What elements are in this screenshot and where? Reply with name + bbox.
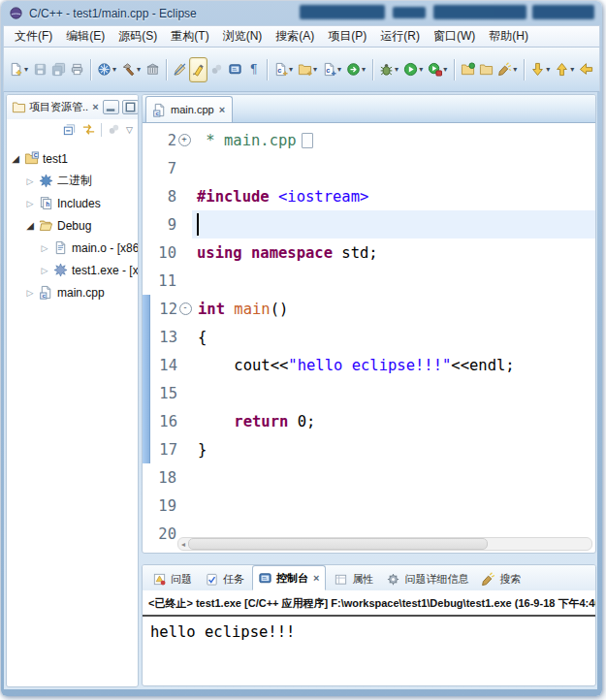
code-token	[270, 188, 278, 206]
new-folder-button[interactable]: ▾	[296, 57, 320, 82]
search-dropdown-icon[interactable]: ▾	[513, 65, 517, 74]
code-token: "hello eclipse!!!"	[288, 357, 451, 374]
link-editor-button[interactable]	[81, 122, 96, 137]
menu-project[interactable]: 项目(P)	[321, 26, 373, 47]
line-number: 11	[149, 267, 176, 295]
cpp-build-dropdown-icon[interactable]: ▾	[362, 65, 366, 74]
open-resource-button[interactable]	[477, 57, 495, 82]
print-button[interactable]	[68, 57, 86, 82]
open-resource-icon	[479, 62, 494, 77]
tree-item-includes[interactable]: ▷hIncludes	[7, 192, 138, 214]
collapsed-arrow-icon[interactable]: ▷	[25, 176, 35, 186]
new-wizard-dropdown-icon[interactable]: ▾	[24, 65, 28, 74]
go-annotation-button[interactable]: ▾	[553, 57, 577, 82]
collapsed-arrow-icon[interactable]: ▷	[25, 199, 35, 208]
console-view-button[interactable]	[226, 57, 244, 82]
window-title: C/C++ - test1/main.cpp - Eclipse	[29, 7, 197, 20]
run-external-dropdown-icon[interactable]: ▾	[443, 65, 447, 74]
tab-problem-details[interactable]: 问题详细信息	[381, 567, 473, 590]
code-line-15: 15	[143, 379, 595, 407]
collapsed-arrow-icon[interactable]: ▷	[40, 266, 49, 275]
menu-run[interactable]: 运行(R)	[373, 26, 427, 47]
tree-item-binaries[interactable]: ▷二进制	[7, 170, 138, 192]
build-project-dropdown-icon[interactable]: ▾	[137, 65, 141, 74]
gray-tool-button[interactable]	[207, 57, 226, 82]
run-dropdown-icon[interactable]: ▾	[419, 65, 423, 74]
show-whitespace-button[interactable]: ¶	[244, 57, 263, 82]
run-button[interactable]: ▾	[401, 57, 426, 82]
last-edit-location-button[interactable]: ▾	[528, 57, 553, 82]
new-cfile-dropdown-icon[interactable]: ▾	[337, 65, 341, 74]
tree-item-main-o[interactable]: ▷main.o - [x86/le	[7, 237, 138, 259]
new-class-button[interactable]: c▾	[271, 57, 296, 82]
new-class-dropdown-icon[interactable]: ▾	[289, 65, 293, 74]
collapsed-arrow-icon[interactable]: ▷	[25, 288, 35, 298]
menu-navigate[interactable]: 浏览(N)	[216, 26, 270, 47]
tree-item-main-cpp[interactable]: ▷cmain.cpp	[7, 281, 138, 303]
run-external-button[interactable]: ▾	[426, 57, 450, 82]
menu-source[interactable]: 源码(S)	[112, 26, 164, 47]
last-edit-location-dropdown-icon[interactable]: ▾	[546, 65, 550, 74]
menu-file[interactable]: 文件(F)	[8, 26, 59, 47]
debug-dropdown-icon[interactable]: ▾	[395, 65, 399, 74]
minimize-button[interactable]	[103, 100, 119, 114]
expanded-arrow-icon[interactable]: ◢	[11, 153, 20, 164]
tab-main-cpp[interactable]: c main.cpp ×	[145, 96, 233, 122]
scrollbar-thumb[interactable]	[188, 538, 488, 550]
tab-problems[interactable]: 问题	[147, 567, 197, 590]
menu-window[interactable]: 窗口(W)	[427, 26, 482, 47]
collapse-all-button[interactable]	[62, 122, 77, 137]
make-targets-button[interactable]	[144, 57, 162, 82]
go-annotation-dropdown-icon[interactable]: ▾	[570, 65, 574, 74]
folded-region-box[interactable]	[302, 133, 313, 148]
new-wizard-button[interactable]: ▾	[7, 57, 31, 82]
maximize-button[interactable]	[122, 100, 139, 114]
view-menu-button[interactable]: ▽	[126, 125, 133, 135]
debug-button[interactable]: ▾	[377, 57, 401, 82]
line-number: 15	[150, 379, 177, 407]
back-button[interactable]	[577, 57, 595, 82]
code-editor-area[interactable]: 2+ * main.cpp78#include <iostream>910usi…	[143, 123, 595, 553]
fold-ruler: +	[176, 126, 192, 154]
tab-project-explorer[interactable]: 项目资源管.. ×	[9, 98, 103, 116]
build-all-button[interactable]: ▾	[95, 57, 119, 82]
new-folder-dropdown-icon[interactable]: ▾	[313, 65, 317, 74]
fold-collapse-icon[interactable]: -	[179, 302, 192, 315]
menu-refactor[interactable]: 重构(T)	[164, 26, 215, 47]
cpp-build-button[interactable]: ▾	[344, 57, 368, 82]
problem-details-icon	[386, 572, 400, 587]
build-project-button[interactable]: ▾	[119, 57, 144, 82]
mark-occurrences-button[interactable]	[189, 57, 207, 82]
save-all-button[interactable]	[49, 57, 68, 82]
menu-search[interactable]: 搜索(A)	[269, 26, 321, 47]
close-icon[interactable]: ×	[91, 102, 99, 112]
menu-help[interactable]: 帮助(H)	[482, 26, 535, 47]
tab-properties[interactable]: 属性	[329, 567, 378, 590]
fold-ruler	[176, 239, 192, 267]
close-icon[interactable]: ×	[218, 105, 226, 115]
fold-expand-icon[interactable]: +	[178, 134, 191, 146]
tab-search[interactable]: 搜索	[476, 567, 526, 590]
menu-edit[interactable]: 编辑(E)	[59, 26, 112, 47]
tree-item-project-test1[interactable]: ◢Ctest1	[7, 147, 138, 170]
expanded-arrow-icon[interactable]: ◢	[25, 220, 35, 231]
collapsed-arrow-icon[interactable]: ▷	[40, 243, 49, 253]
close-icon[interactable]: ×	[312, 573, 320, 584]
new-cfile-button[interactable]: c▾	[320, 57, 344, 82]
pencil-slash-button[interactable]	[171, 57, 189, 82]
tab-tasks[interactable]: 任务	[200, 567, 249, 590]
tree-item-test1-exe[interactable]: ▷test1.exe - [x86/	[7, 259, 138, 281]
build-all-dropdown-icon[interactable]: ▾	[112, 65, 116, 74]
extra-tool-button[interactable]	[107, 122, 121, 137]
save-button[interactable]	[31, 57, 49, 82]
titlebar-censored-block	[393, 7, 426, 18]
horizontal-scrollbar[interactable]: ◂	[177, 537, 592, 551]
object-file-icon	[53, 240, 68, 255]
tab-console[interactable]: 控制台×	[252, 565, 326, 590]
tree-item-debug-folder[interactable]: ◢Debug	[7, 214, 138, 237]
fold-ruler	[176, 267, 192, 295]
open-type-button[interactable]	[459, 57, 477, 82]
scroll-left-icon[interactable]: ◂	[178, 540, 188, 549]
titlebar[interactable]: C/C++ - test1/main.cpp - Eclipse	[1, 1, 602, 25]
search-button[interactable]: ▾	[495, 57, 520, 82]
